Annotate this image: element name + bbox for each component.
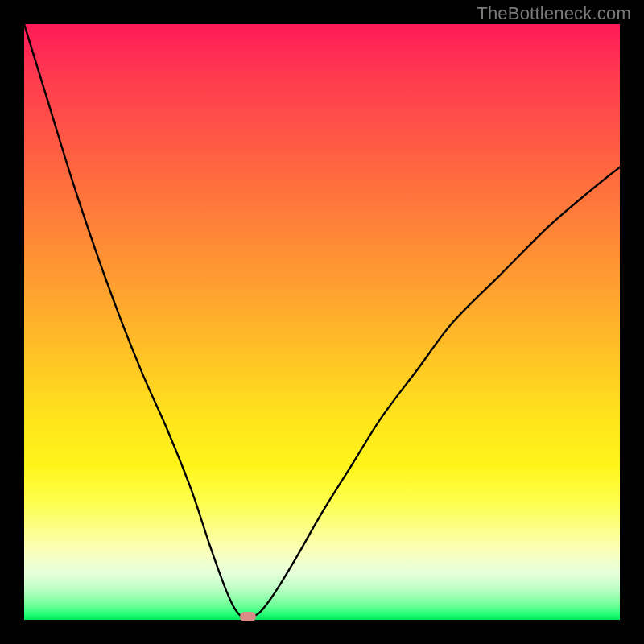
source-attribution: TheBottleneck.com: [477, 3, 631, 24]
plot-area: [24, 24, 620, 620]
min-marker: [240, 612, 256, 621]
bottleneck-curve: [24, 24, 620, 620]
chart-frame: TheBottleneck.com: [0, 0, 644, 644]
